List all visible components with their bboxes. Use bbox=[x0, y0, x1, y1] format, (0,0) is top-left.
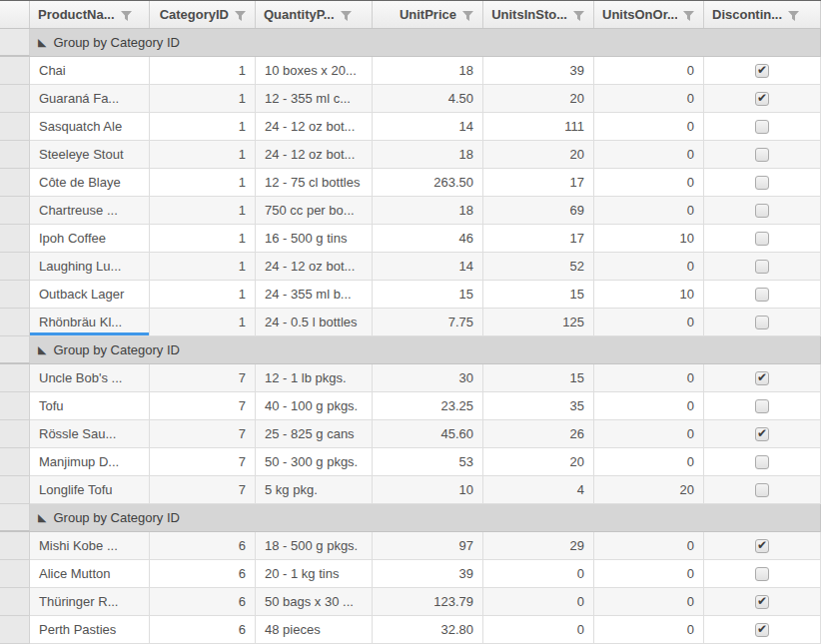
table-row[interactable]: Rhönbräu Kl...124 - 0.5 l bottles7.75125… bbox=[0, 309, 821, 336]
table-row[interactable]: Guaraná Fa...112 - 355 ml c...4.50200 bbox=[0, 85, 821, 113]
collapse-group-icon[interactable]: ◣ bbox=[38, 512, 46, 523]
column-header-product[interactable]: ProductNa... bbox=[30, 1, 150, 28]
checkbox-checked-icon[interactable] bbox=[755, 623, 769, 637]
checkbox-unchecked-icon[interactable] bbox=[755, 260, 769, 274]
checkbox-unchecked-icon[interactable] bbox=[755, 483, 769, 497]
cell-price: 4.50 bbox=[373, 85, 483, 113]
table-row[interactable]: Laughing Lu...124 - 12 oz bot...14520 bbox=[0, 253, 821, 281]
checkbox-checked-icon[interactable] bbox=[755, 427, 769, 441]
column-header-quantity[interactable]: QuantityP... bbox=[256, 1, 373, 28]
checkbox-checked-icon[interactable] bbox=[755, 371, 769, 385]
cell-stock: 52 bbox=[483, 253, 594, 281]
table-row[interactable]: Thüringer R...650 bags x 30 ...123.7900 bbox=[0, 588, 821, 616]
table-row[interactable]: Ipoh Coffee116 - 500 g tins461710 bbox=[0, 225, 821, 253]
filter-icon[interactable] bbox=[340, 10, 353, 22]
collapse-group-icon[interactable]: ◣ bbox=[38, 344, 46, 355]
cell-stock: 20 bbox=[483, 85, 594, 113]
checkbox-checked-icon[interactable] bbox=[755, 539, 769, 553]
cell-price: 46 bbox=[373, 225, 483, 253]
cell-discontinued bbox=[704, 169, 821, 197]
table-row[interactable]: Alice Mutton620 - 1 kg tins3900 bbox=[0, 560, 821, 588]
group-indicator-cell bbox=[0, 197, 30, 225]
table-row[interactable]: Manjimup D...750 - 300 g pkgs.53200 bbox=[0, 448, 821, 476]
column-header-label: UnitsOnOr... bbox=[602, 7, 677, 22]
checkbox-unchecked-icon[interactable] bbox=[755, 567, 769, 581]
cell-quantity: 10 boxes x 20... bbox=[256, 57, 373, 85]
cell-quantity: 12 - 1 lb pkgs. bbox=[256, 364, 373, 392]
cell-quantity: 48 pieces bbox=[256, 616, 373, 644]
filter-icon[interactable] bbox=[234, 10, 247, 22]
collapse-group-icon[interactable]: ◣ bbox=[38, 37, 46, 48]
table-row[interactable]: Uncle Bob's ...712 - 1 lb pkgs.30150 bbox=[0, 364, 821, 392]
checkbox-unchecked-icon[interactable] bbox=[755, 455, 769, 469]
table-row[interactable]: Outback Lager124 - 355 ml b...151510 bbox=[0, 281, 821, 309]
table-row[interactable]: Perth Pasties648 pieces32.8000 bbox=[0, 616, 821, 644]
group-header-cell[interactable]: ◣Group by Category ID bbox=[30, 336, 821, 363]
cell-stock: 20 bbox=[483, 141, 594, 169]
checkbox-unchecked-icon[interactable] bbox=[755, 316, 769, 329]
cell-discontinued bbox=[704, 281, 821, 309]
cell-price: 23.25 bbox=[373, 392, 483, 420]
checkbox-unchecked-icon[interactable] bbox=[755, 204, 769, 218]
table-row[interactable]: Chartreuse ...1750 cc per bo...18690 bbox=[0, 197, 821, 225]
cell-product: Mishi Kobe ... bbox=[30, 532, 150, 560]
filter-icon[interactable] bbox=[461, 10, 474, 22]
cell-category: 1 bbox=[150, 225, 256, 253]
checkbox-unchecked-icon[interactable] bbox=[755, 288, 769, 302]
checkbox-unchecked-icon[interactable] bbox=[755, 399, 769, 413]
cell-stock: 15 bbox=[483, 281, 594, 309]
group-indicator-cell bbox=[0, 336, 30, 363]
table-row[interactable]: Rössle Sau...725 - 825 g cans45.60260 bbox=[0, 420, 821, 448]
checkbox-checked-icon[interactable] bbox=[755, 595, 769, 609]
filter-icon[interactable] bbox=[682, 10, 695, 22]
checkbox-unchecked-icon[interactable] bbox=[755, 120, 769, 134]
group-header-row: ◣Group by Category ID bbox=[0, 336, 821, 364]
group-indicator-cell bbox=[0, 476, 30, 504]
table-row[interactable]: Steeleye Stout124 - 12 oz bot...18200 bbox=[0, 141, 821, 169]
filter-icon[interactable] bbox=[787, 10, 800, 22]
cell-price: 14 bbox=[373, 253, 483, 281]
cell-discontinued bbox=[704, 420, 821, 448]
cell-quantity: 24 - 12 oz bot... bbox=[256, 253, 373, 281]
checkbox-checked-icon[interactable] bbox=[755, 92, 769, 106]
filter-icon[interactable] bbox=[572, 10, 585, 22]
cell-quantity: 24 - 12 oz bot... bbox=[256, 113, 373, 141]
cell-price: 15 bbox=[373, 281, 483, 309]
column-header-order[interactable]: UnitsOnOr... bbox=[594, 1, 704, 28]
cell-product: Chai bbox=[30, 57, 150, 85]
column-header-stock[interactable]: UnitsInSto... bbox=[483, 1, 594, 28]
cell-category: 6 bbox=[150, 532, 256, 560]
checkbox-unchecked-icon[interactable] bbox=[755, 232, 769, 246]
table-row[interactable]: Côte de Blaye112 - 75 cl bottles263.5017… bbox=[0, 169, 821, 197]
cell-category: 1 bbox=[150, 113, 256, 141]
cell-order: 0 bbox=[594, 364, 704, 392]
cell-price: 7.75 bbox=[373, 309, 483, 336]
cell-product: Côte de Blaye bbox=[30, 169, 150, 197]
cell-discontinued bbox=[704, 309, 821, 336]
cell-product: Guaraná Fa... bbox=[30, 85, 150, 113]
cell-quantity: 20 - 1 kg tins bbox=[256, 560, 373, 588]
cell-quantity: 40 - 100 g pkgs. bbox=[256, 392, 373, 420]
table-row[interactable]: Mishi Kobe ...618 - 500 g pkgs.97290 bbox=[0, 532, 821, 560]
cell-category: 7 bbox=[150, 392, 256, 420]
column-header-discontinued[interactable]: Discontin... bbox=[704, 1, 821, 28]
column-header-category[interactable]: CategoryID bbox=[150, 1, 256, 28]
cell-discontinued bbox=[704, 476, 821, 504]
grid-body: ◣Group by Category IDChai110 boxes x 20.… bbox=[0, 29, 821, 644]
table-row[interactable]: Chai110 boxes x 20...18390 bbox=[0, 57, 821, 85]
checkbox-unchecked-icon[interactable] bbox=[755, 148, 769, 162]
cell-category: 1 bbox=[150, 169, 256, 197]
cell-product: Ipoh Coffee bbox=[30, 225, 150, 253]
checkbox-checked-icon[interactable] bbox=[755, 64, 769, 78]
table-row[interactable]: Tofu740 - 100 g pkgs.23.25350 bbox=[0, 392, 821, 420]
group-header-cell[interactable]: ◣Group by Category ID bbox=[30, 29, 821, 56]
cell-price: 53 bbox=[373, 448, 483, 476]
table-row[interactable]: Sasquatch Ale124 - 12 oz bot...141110 bbox=[0, 113, 821, 141]
table-row[interactable]: Longlife Tofu75 kg pkg.10420 bbox=[0, 476, 821, 504]
column-header-price[interactable]: UnitPrice bbox=[373, 1, 483, 28]
filter-icon[interactable] bbox=[120, 10, 133, 22]
group-header-label: Group by Category ID bbox=[53, 35, 179, 50]
cell-product: Laughing Lu... bbox=[30, 253, 150, 281]
checkbox-unchecked-icon[interactable] bbox=[755, 176, 769, 190]
group-header-cell[interactable]: ◣Group by Category ID bbox=[30, 504, 821, 531]
